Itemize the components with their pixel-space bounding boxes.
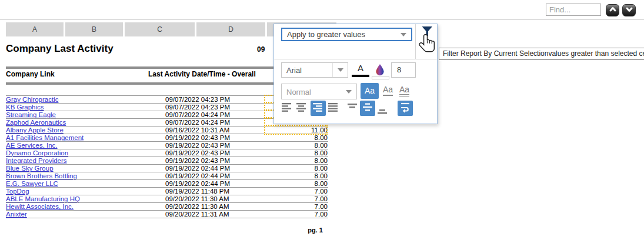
- column-header-a[interactable]: A: [6, 22, 64, 36]
- company-link[interactable]: Brown Brothers Bottling: [6, 172, 77, 179]
- company-link[interactable]: KB Graphics: [6, 104, 44, 111]
- align-right-button[interactable]: [311, 101, 326, 116]
- activity-value: 7.00: [315, 203, 328, 210]
- chevron-up-icon: [609, 5, 617, 16]
- font-color-swatch: [352, 75, 369, 77]
- company-link[interactable]: TopDog: [6, 188, 29, 195]
- font-color-button[interactable]: A: [352, 63, 369, 73]
- activity-value: 8.00: [315, 149, 328, 157]
- table-row: Hewitt Associates, Inc. 09/20/2022 11:30…: [6, 203, 328, 211]
- column-header-c[interactable]: C: [125, 22, 195, 36]
- table-row: AE Services, Inc. 09/19/2022 02:43 PM 8.…: [6, 142, 328, 149]
- activity-datetime: 09/19/2022 02:43 PM: [165, 142, 230, 149]
- activity-datetime: 09/19/2022 02:43 PM: [165, 149, 230, 157]
- table-row: Dynamo Corporation 09/19/2022 02:43 PM 8…: [6, 149, 328, 157]
- activity-datetime: 09/07/2022 04:24 PM: [165, 111, 230, 118]
- report-viewer: A B C D Company Last Activity 09 Company…: [0, 0, 644, 243]
- highlight-color-button[interactable]: [375, 64, 386, 75]
- activity-value: 7.00: [315, 211, 328, 218]
- company-link[interactable]: Dynamo Corporation: [6, 149, 68, 157]
- valign-bottom-icon: [378, 107, 388, 118]
- table-row: E.G. Sawyer LLC 09/19/2022 02:44 PM 8.00: [6, 180, 328, 188]
- activity-value: 8.00: [315, 180, 328, 187]
- style-preset-value: Normal: [286, 87, 311, 96]
- font-size-input[interactable]: 8: [391, 62, 416, 78]
- formatting-popup: Apply to greater values Arial A: [273, 24, 438, 124]
- table-row: TopDog 09/19/2022 11:48 PM 7.00: [6, 188, 328, 195]
- toolbar-separator: [0, 19, 644, 20]
- filter-tooltip: Filter Report By Current Selectionvalues…: [439, 48, 644, 60]
- hand-cursor-icon: [418, 33, 437, 59]
- company-link[interactable]: Albany Apple Store: [6, 127, 64, 134]
- find-input[interactable]: [546, 4, 601, 16]
- valign-top-icon: [348, 101, 358, 112]
- activity-value: 8.00: [315, 134, 328, 141]
- align-justify-button[interactable]: [328, 103, 339, 114]
- column-header-d[interactable]: D: [196, 22, 265, 36]
- valign-middle-icon: [363, 102, 372, 114]
- wrap-text-button[interactable]: [398, 101, 413, 116]
- font-family-value: Arial: [286, 66, 302, 75]
- align-left-icon: [282, 103, 292, 114]
- filter-section: Apply to greater values: [274, 24, 437, 59]
- chevron-down-icon: [401, 33, 406, 36]
- company-link[interactable]: Hewitt Associates, Inc.: [6, 203, 74, 210]
- activity-datetime: 09/07/2022 04:23 PM: [165, 96, 230, 103]
- font-family-dropdown[interactable]: Arial: [281, 62, 348, 78]
- chevron-down-icon: [346, 90, 352, 94]
- align-left-button[interactable]: [281, 103, 293, 114]
- activity-value: 7.00: [315, 188, 328, 195]
- valign-top-button[interactable]: [347, 101, 359, 112]
- activity-datetime: 09/19/2022 11:48 PM: [165, 188, 229, 195]
- find-next-button[interactable]: [622, 4, 636, 16]
- activity-datetime: 09/20/2022 11:31 AM: [165, 211, 229, 218]
- activity-value: 8.00: [315, 157, 328, 164]
- table-row: Blue Sky Group 09/19/2022 02:44 PM 8.00: [6, 165, 328, 172]
- underline-button[interactable]: Aa: [383, 85, 393, 96]
- company-link[interactable]: Integrated Providers: [6, 157, 67, 164]
- activity-datetime: 09/07/2022 04:24 PM: [165, 119, 230, 126]
- align-justify-icon: [328, 103, 339, 114]
- wrap-text-icon: [401, 101, 411, 115]
- chevron-down-icon: [338, 68, 343, 72]
- page-number-label: pg. 1: [0, 227, 630, 234]
- table-row: Anixter 09/20/2022 11:31 AM 7.00: [6, 211, 328, 218]
- table-header-company-link: Company Link: [6, 70, 55, 78]
- page-title: Company Last Activity: [6, 43, 114, 55]
- apply-filter-value: Apply to greater values: [287, 30, 365, 39]
- company-link[interactable]: Streaming Eagle: [6, 111, 56, 118]
- activity-datetime: 09/19/2022 02:44 PM: [165, 180, 230, 187]
- company-link[interactable]: Anixter: [6, 211, 27, 218]
- chevron-down-icon: [625, 5, 633, 16]
- selected-cell-outline: [264, 125, 328, 135]
- company-link[interactable]: Gray Chiropractic: [6, 96, 58, 103]
- company-link[interactable]: A1 Facilities Management: [6, 134, 84, 141]
- activity-value: 8.00: [315, 142, 328, 149]
- table-row: ABLE Manufacturing HQ 09/20/2022 11:30 A…: [6, 195, 328, 203]
- highlight-color-swatch: [372, 76, 389, 79]
- table-row: Brown Brothers Bottling 09/19/2022 02:44…: [6, 172, 328, 180]
- double-underline-button[interactable]: Aa: [399, 85, 409, 96]
- company-link[interactable]: ABLE Manufacturing HQ: [6, 195, 80, 202]
- company-link[interactable]: Zaphod Aeronautics: [6, 119, 66, 126]
- activity-datetime: 09/20/2022 11:30 AM: [165, 203, 229, 210]
- activity-value: 8.00: [315, 172, 328, 179]
- activity-datetime: 09/07/2022 04:23 PM: [165, 104, 230, 111]
- table-row: Integrated Providers 09/19/2022 02:43 PM…: [6, 157, 328, 165]
- activity-datetime: 09/19/2022 02:43 PM: [165, 134, 230, 141]
- align-center-button[interactable]: [296, 103, 308, 114]
- valign-bottom-button[interactable]: [377, 107, 389, 118]
- company-link[interactable]: E.G. Sawyer LLC: [6, 180, 58, 187]
- apply-filter-dropdown[interactable]: Apply to greater values: [281, 28, 412, 41]
- column-header-b[interactable]: B: [65, 22, 123, 36]
- valign-middle-button[interactable]: [360, 101, 375, 116]
- find-previous-button[interactable]: [606, 4, 619, 16]
- text-case-button[interactable]: Aa: [361, 83, 379, 99]
- activity-datetime: 09/19/2022 02:43 PM: [165, 157, 230, 164]
- activity-datetime: 09/16/2022 10:31 AM: [165, 127, 229, 134]
- company-link[interactable]: AE Services, Inc.: [6, 142, 58, 149]
- style-preset-dropdown[interactable]: Normal: [281, 84, 357, 99]
- activity-value: 7.00: [315, 195, 328, 202]
- activity-datetime: 09/20/2022 11:30 AM: [165, 195, 229, 202]
- company-link[interactable]: Blue Sky Group: [6, 165, 54, 172]
